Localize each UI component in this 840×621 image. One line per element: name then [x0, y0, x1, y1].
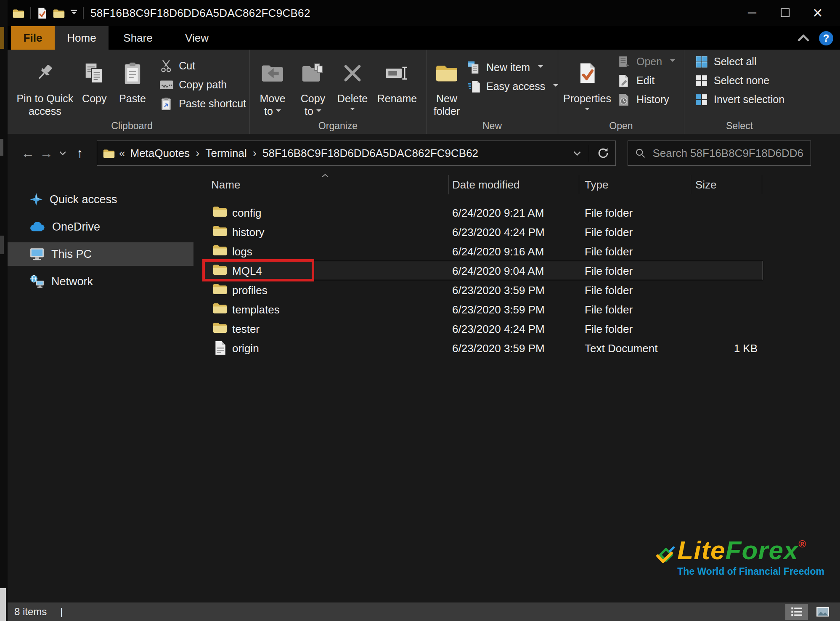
ribbon-group-open: Properties Open Edit History Open: [558, 50, 684, 134]
file-row-config[interactable]: config 6/24/2020 9:21 AM File folder: [193, 203, 840, 222]
customize-toolbar-icon[interactable]: [71, 10, 77, 16]
column-headers: Name Date modified Type Size: [193, 172, 840, 197]
tab-home[interactable]: Home: [55, 26, 109, 50]
folder-icon: [103, 149, 115, 158]
copy-path-icon: [159, 79, 174, 90]
file-row-templates[interactable]: templates 6/23/2020 3:59 PM File folder: [193, 300, 840, 319]
select-all-button[interactable]: Select all: [691, 52, 788, 71]
sidebar-item-onedrive[interactable]: OneDrive: [8, 215, 193, 239]
minimize-icon: ─: [748, 6, 756, 19]
copy-path-button[interactable]: Copy path: [156, 75, 249, 94]
invert-selection-button[interactable]: Invert selection: [691, 90, 788, 109]
breadcrumb-terminal[interactable]: Terminal: [205, 147, 246, 160]
file-row-origin[interactable]: origin 6/23/2020 3:59 PM Text Document 1…: [193, 338, 840, 358]
tab-file[interactable]: File: [11, 26, 55, 50]
up-button[interactable]: ↑: [70, 146, 90, 161]
edit-button[interactable]: Edit: [614, 71, 678, 90]
column-divider[interactable]: [762, 175, 762, 194]
file-row-profiles[interactable]: profiles 6/23/2020 3:59 PM File folder: [193, 280, 840, 300]
new-item-button[interactable]: New item: [464, 58, 562, 77]
delete-button[interactable]: Delete: [333, 51, 372, 113]
select-all-icon: [696, 56, 708, 68]
sidebar-item-this-pc[interactable]: This PC: [8, 242, 193, 266]
maximize-button[interactable]: [768, 2, 801, 24]
minimize-button[interactable]: ─: [736, 2, 768, 24]
move-to-button[interactable]: Move to: [252, 51, 293, 117]
title-bar: 58F16B8C9F18D6DD6A5DAC862FC9CB62 ─ ×: [8, 0, 840, 26]
dropdown-caret-icon: [350, 108, 355, 113]
history-button[interactable]: History: [614, 90, 678, 109]
address-dropdown-icon[interactable]: [573, 151, 581, 156]
background-window-sliver: [0, 0, 8, 621]
liteforex-logo-icon: [656, 528, 675, 584]
breadcrumb-chevron-icon[interactable]: ›: [196, 146, 199, 160]
file-row-tester[interactable]: tester 6/23/2020 4:24 PM File folder: [193, 319, 840, 338]
search-box[interactable]: Search 58F16B8C9F18D6DD6...: [628, 141, 811, 166]
sidebar-item-quick-access[interactable]: Quick access: [8, 188, 193, 211]
column-divider[interactable]: [691, 175, 691, 194]
ribbon-group-new: New folder New item Easy access New: [427, 50, 558, 134]
invert-selection-icon: [696, 94, 708, 106]
collapse-ribbon-icon[interactable]: [797, 34, 810, 42]
breadcrumb-folder-id[interactable]: 58F16B8C9F18D6DD6A5DAC862FC9CB62: [262, 147, 478, 160]
column-header-date-modified[interactable]: Date modified: [452, 178, 519, 191]
cut-button[interactable]: Cut: [156, 56, 249, 75]
refresh-icon[interactable]: [597, 147, 609, 159]
pin-to-quick-access-button[interactable]: Pin to Quick access: [14, 51, 76, 117]
open-button[interactable]: Open: [614, 52, 678, 71]
select-none-icon: [696, 75, 708, 87]
separator: [30, 7, 31, 19]
folder-icon[interactable]: [53, 8, 65, 18]
breadcrumb-metaquotes[interactable]: MetaQuotes: [130, 147, 190, 160]
address-bar[interactable]: « MetaQuotes › Terminal › 58F16B8C9F18D6…: [97, 141, 616, 166]
back-button[interactable]: ←: [19, 146, 37, 161]
ribbon-tab-row: File Home Share View: [8, 26, 840, 50]
folder-icon: [213, 321, 227, 333]
sidebar-item-network[interactable]: Network: [8, 270, 193, 293]
ribbon: Pin to Quick access Copy Paste Cut Copy …: [8, 50, 840, 134]
properties-button[interactable]: Properties: [561, 51, 614, 113]
details-view-button[interactable]: [785, 604, 808, 620]
brand-text: LiteForex®: [677, 535, 824, 565]
paste-button[interactable]: Paste: [113, 51, 152, 105]
separator: [589, 145, 589, 162]
help-icon[interactable]: ?: [819, 31, 833, 45]
select-none-button[interactable]: Select none: [691, 71, 788, 90]
thumbnails-view-button[interactable]: [811, 604, 834, 620]
rename-button[interactable]: Rename: [372, 51, 422, 105]
forward-button[interactable]: →: [37, 146, 56, 161]
column-header-type[interactable]: Type: [585, 178, 608, 191]
ribbon-group-clipboard: Pin to Quick access Copy Paste Cut Copy …: [14, 50, 250, 134]
navigation-pane: Quick access OneDrive This PC Network: [8, 172, 193, 602]
rename-icon: [385, 66, 409, 81]
file-row-mql4[interactable]: MQL4 6/24/2020 9:04 AM File folder: [204, 261, 763, 280]
paste-shortcut-icon: [161, 97, 172, 111]
ribbon-group-select: Select all Select none Invert selection …: [684, 50, 795, 134]
copy-to-button[interactable]: Copy to: [293, 51, 333, 117]
paste-shortcut-button[interactable]: Paste shortcut: [156, 94, 249, 113]
search-icon: [635, 147, 646, 159]
easy-access-icon: [467, 80, 481, 93]
new-item-icon: [467, 61, 481, 74]
easy-access-button[interactable]: Easy access: [464, 77, 562, 96]
folder-icon: [213, 244, 227, 256]
column-header-name[interactable]: Name: [211, 178, 240, 191]
dropdown-caret-icon: [276, 109, 281, 114]
folder-icon[interactable]: [13, 8, 24, 18]
close-button[interactable]: ×: [801, 2, 834, 24]
window-controls: ─ ×: [736, 2, 834, 24]
column-divider[interactable]: [579, 175, 579, 194]
column-divider[interactable]: [448, 175, 449, 194]
tab-view[interactable]: View: [167, 26, 226, 50]
breadcrumb-overflow[interactable]: «: [119, 147, 125, 160]
file-row-history[interactable]: history 6/23/2020 4:24 PM File folder: [193, 222, 840, 242]
copy-button[interactable]: Copy: [76, 51, 113, 105]
tab-share[interactable]: Share: [109, 26, 167, 50]
dropdown-caret-icon: [553, 84, 558, 89]
column-header-size[interactable]: Size: [695, 178, 717, 191]
recent-locations-button[interactable]: [56, 151, 70, 156]
properties-check-icon[interactable]: [37, 8, 47, 19]
breadcrumb-chevron-icon[interactable]: ›: [253, 146, 257, 160]
file-row-logs[interactable]: logs 6/24/2020 9:16 AM File folder: [193, 242, 840, 261]
new-folder-button[interactable]: New folder: [430, 51, 464, 117]
